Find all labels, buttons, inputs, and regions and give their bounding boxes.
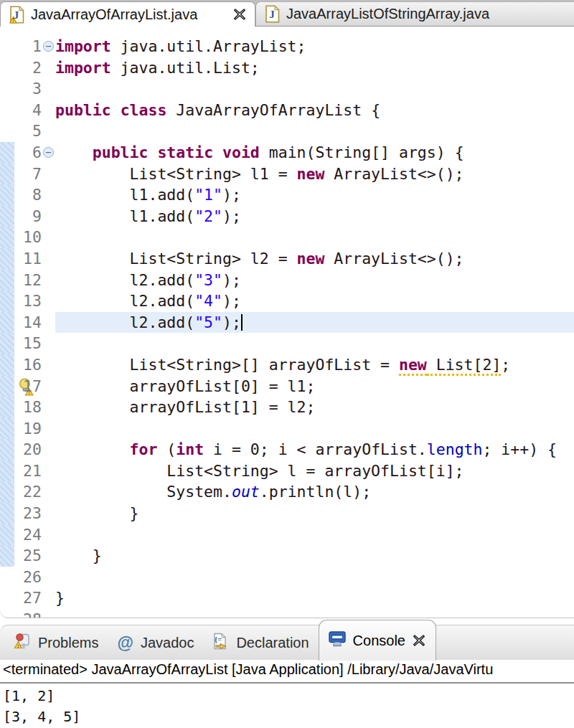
code-text[interactable]: l2.add("5"); xyxy=(55,312,574,334)
code-text[interactable]: l1.add("2"); xyxy=(55,206,574,227)
method-range-indicator xyxy=(0,142,14,164)
code-text[interactable]: arrayOfList[0] = l1; xyxy=(55,376,574,397)
code-text[interactable]: List<String> l1 = new ArrayList<>(); xyxy=(55,164,574,185)
code-text[interactable]: List<String>[] arrayOfList = new List[2]… xyxy=(55,354,574,376)
code-text[interactable] xyxy=(55,567,574,588)
code-line-11[interactable]: 11 List<String> l2 = new ArrayList<>(); xyxy=(0,248,574,270)
line-number: 9 xyxy=(14,206,42,227)
code-line-9[interactable]: 9 l1.add("2"); xyxy=(0,206,574,227)
line-number: 5 xyxy=(14,120,42,142)
code-line-22[interactable]: 22 System.out.println(l); xyxy=(0,481,574,503)
code-line-26[interactable]: 26 xyxy=(0,567,574,588)
code-text[interactable]: arrayOfList[1] = l2; xyxy=(55,397,574,418)
quickfix-warning-icon[interactable]: ! xyxy=(0,356,17,375)
code-text[interactable] xyxy=(55,227,574,248)
code-text[interactable]: } xyxy=(55,545,574,567)
close-view-icon[interactable] xyxy=(413,634,426,648)
line-number: 20 xyxy=(14,439,42,460)
code-line-8[interactable]: 8 l1.add("1"); xyxy=(0,184,574,206)
code-line-25[interactable]: 25 } xyxy=(0,545,574,567)
code-text[interactable]: public static void main(String[] args) { xyxy=(55,142,574,164)
java-source-editor[interactable]: 1−import java.util.ArrayList;2import jav… xyxy=(0,27,574,618)
code-line-2[interactable]: 2import java.util.List; xyxy=(0,57,574,79)
code-line-6[interactable]: 6− public static void main(String[] args… xyxy=(0,142,574,164)
console-status-line: <terminated> JavaArrayOfArrayList [Java … xyxy=(0,660,574,684)
code-line-13[interactable]: 13 l2.add("4"); xyxy=(0,290,574,312)
method-range-indicator xyxy=(0,524,14,546)
method-range-indicator xyxy=(0,418,14,440)
code-line-7[interactable]: 7 List<String> l1 = new ArrayList<>(); xyxy=(0,164,574,185)
code-text[interactable]: import java.util.ArrayList; xyxy=(55,36,574,57)
close-tab-icon[interactable] xyxy=(232,8,246,22)
fold-toggle-icon[interactable]: − xyxy=(43,41,54,52)
fold-column xyxy=(42,270,55,291)
code-text[interactable]: } xyxy=(55,503,574,524)
code-text[interactable]: List<String> l2 = new ArrayList<>(); xyxy=(55,248,574,270)
code-line-3[interactable]: 3 xyxy=(0,78,574,100)
code-text[interactable] xyxy=(55,418,574,440)
method-range-indicator xyxy=(0,397,14,418)
svg-text:!: ! xyxy=(17,643,19,648)
line-number: 27 xyxy=(14,587,42,609)
code-text[interactable]: import java.util.List; xyxy=(55,57,574,79)
fold-column xyxy=(42,503,55,524)
code-line-12[interactable]: 12 l2.add("3"); xyxy=(0,270,574,291)
code-text[interactable] xyxy=(55,120,574,142)
fold-column xyxy=(42,567,55,588)
fold-column xyxy=(42,290,55,312)
editor-tab-java-arraylist-of-stringarray[interactable]: J JavaArrayListOfStringArray.java xyxy=(255,1,574,27)
console-output-line: [1, 2] xyxy=(3,686,571,706)
line-number: 25 xyxy=(14,545,42,567)
code-line-23[interactable]: 23 } xyxy=(0,503,574,524)
line-number: 18 xyxy=(14,397,42,418)
code-line-27[interactable]: 27} xyxy=(0,587,574,609)
tab-problems[interactable]: ! Problems xyxy=(4,625,108,660)
editor-tab-java-array-of-arraylist[interactable]: J ! JavaArrayOfArrayList.java xyxy=(0,1,255,27)
code-line-20[interactable]: 20 for (int i = 0; i < arrayOfList.lengt… xyxy=(0,439,574,460)
code-text[interactable]: l1.add("1"); xyxy=(55,184,574,206)
code-line-18[interactable]: 18 arrayOfList[1] = l2; xyxy=(0,397,574,418)
code-text[interactable]: for (int i = 0; i < arrayOfList.length; … xyxy=(55,439,574,460)
code-text[interactable]: System.out.println(l); xyxy=(55,481,574,503)
code-text[interactable] xyxy=(55,333,574,354)
code-text[interactable]: l2.add("3"); xyxy=(55,270,574,291)
fold-column xyxy=(42,78,55,100)
line-number: 8 xyxy=(14,184,42,206)
code-line-1[interactable]: 1−import java.util.ArrayList; xyxy=(0,36,574,57)
code-line-21[interactable]: 21 List<String> l = arrayOfList[i]; xyxy=(0,460,574,482)
code-text[interactable] xyxy=(55,78,574,100)
method-range-indicator xyxy=(0,376,14,397)
method-range-indicator xyxy=(0,609,14,618)
code-text[interactable] xyxy=(55,524,574,546)
code-text[interactable]: public class JavaArrayOfArrayList { xyxy=(55,100,574,121)
code-line-15[interactable]: 15 xyxy=(0,333,574,354)
code-line-4[interactable]: 4public class JavaArrayOfArrayList { xyxy=(0,100,574,121)
tab-declaration[interactable]: {= Declaration xyxy=(203,625,318,660)
code-line-24[interactable]: 24 xyxy=(0,524,574,546)
code-line-10[interactable]: 10 xyxy=(0,227,574,248)
code-line-16[interactable]: ! 16 List<String>[] arrayOfList = new Li… xyxy=(0,354,574,376)
method-range-indicator xyxy=(0,78,14,100)
line-number: 3 xyxy=(14,78,42,100)
tab-javadoc[interactable]: @ Javadoc xyxy=(108,625,203,660)
fold-toggle-icon[interactable]: − xyxy=(43,147,54,158)
code-text[interactable] xyxy=(55,609,574,618)
code-line-19[interactable]: 19 xyxy=(0,418,574,440)
tab-label: Declaration xyxy=(236,635,309,651)
code-line-28[interactable]: 28 xyxy=(0,609,574,618)
javadoc-icon: @ xyxy=(117,633,133,653)
code-line-5[interactable]: 5 xyxy=(0,120,574,142)
code-text[interactable]: } xyxy=(55,587,574,609)
code-text[interactable]: List<String> l = arrayOfList[i]; xyxy=(55,460,574,482)
line-number: 12 xyxy=(14,270,42,291)
code-text[interactable]: l2.add("4"); xyxy=(55,290,574,312)
line-number: 23 xyxy=(14,503,42,524)
editor-tab-label: JavaArrayOfArrayList.java xyxy=(31,6,197,23)
java-file-warning-icon: J ! xyxy=(9,6,24,24)
line-number: 24 xyxy=(14,524,42,546)
code-line-17[interactable]: 17 arrayOfList[0] = l1; xyxy=(0,376,574,397)
fold-column xyxy=(42,312,55,334)
code-line-14[interactable]: 14 l2.add("5"); xyxy=(0,312,574,334)
method-range-indicator xyxy=(0,248,14,270)
tab-console[interactable]: Console xyxy=(319,620,436,661)
